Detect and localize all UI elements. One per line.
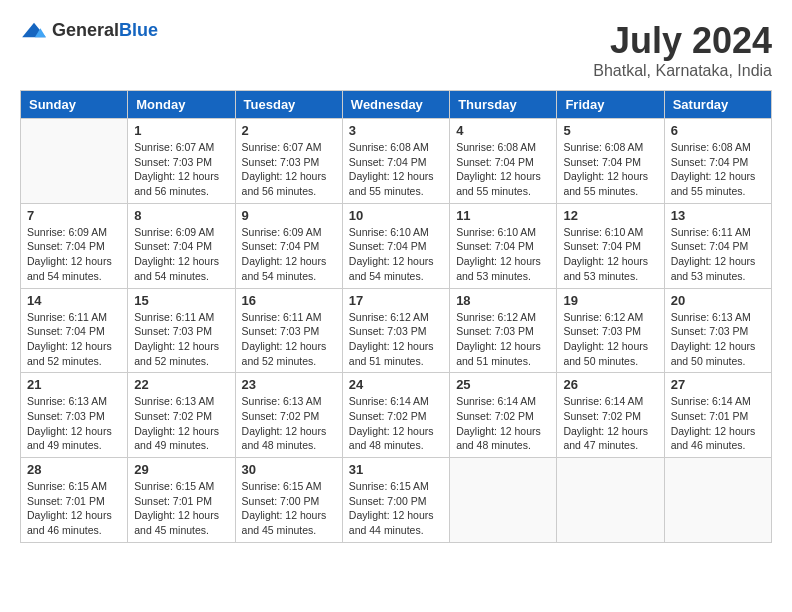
day-info: Sunrise: 6:08 AM Sunset: 7:04 PM Dayligh… bbox=[456, 140, 550, 199]
col-header-tuesday: Tuesday bbox=[235, 91, 342, 119]
calendar-table: SundayMondayTuesdayWednesdayThursdayFrid… bbox=[20, 90, 772, 543]
day-info: Sunrise: 6:13 AM Sunset: 7:03 PM Dayligh… bbox=[671, 310, 765, 369]
calendar-cell: 15Sunrise: 6:11 AM Sunset: 7:03 PM Dayli… bbox=[128, 288, 235, 373]
col-header-monday: Monday bbox=[128, 91, 235, 119]
calendar-cell: 19Sunrise: 6:12 AM Sunset: 7:03 PM Dayli… bbox=[557, 288, 664, 373]
day-info: Sunrise: 6:14 AM Sunset: 7:02 PM Dayligh… bbox=[456, 394, 550, 453]
day-number: 4 bbox=[456, 123, 550, 138]
day-number: 17 bbox=[349, 293, 443, 308]
calendar-cell bbox=[664, 458, 771, 543]
month-year-title: July 2024 bbox=[593, 20, 772, 62]
day-info: Sunrise: 6:13 AM Sunset: 7:02 PM Dayligh… bbox=[242, 394, 336, 453]
day-info: Sunrise: 6:12 AM Sunset: 7:03 PM Dayligh… bbox=[349, 310, 443, 369]
calendar-cell: 20Sunrise: 6:13 AM Sunset: 7:03 PM Dayli… bbox=[664, 288, 771, 373]
location-subtitle: Bhatkal, Karnataka, India bbox=[593, 62, 772, 80]
title-section: July 2024 Bhatkal, Karnataka, India bbox=[593, 20, 772, 80]
calendar-cell: 24Sunrise: 6:14 AM Sunset: 7:02 PM Dayli… bbox=[342, 373, 449, 458]
day-number: 14 bbox=[27, 293, 121, 308]
day-number: 2 bbox=[242, 123, 336, 138]
day-number: 6 bbox=[671, 123, 765, 138]
day-info: Sunrise: 6:15 AM Sunset: 7:00 PM Dayligh… bbox=[242, 479, 336, 538]
day-number: 26 bbox=[563, 377, 657, 392]
col-header-sunday: Sunday bbox=[21, 91, 128, 119]
calendar-cell: 16Sunrise: 6:11 AM Sunset: 7:03 PM Dayli… bbox=[235, 288, 342, 373]
logo-blue: Blue bbox=[119, 20, 158, 40]
day-number: 27 bbox=[671, 377, 765, 392]
day-info: Sunrise: 6:15 AM Sunset: 7:01 PM Dayligh… bbox=[27, 479, 121, 538]
calendar-cell: 4Sunrise: 6:08 AM Sunset: 7:04 PM Daylig… bbox=[450, 119, 557, 204]
day-number: 24 bbox=[349, 377, 443, 392]
day-info: Sunrise: 6:14 AM Sunset: 7:02 PM Dayligh… bbox=[349, 394, 443, 453]
calendar-week-row: 21Sunrise: 6:13 AM Sunset: 7:03 PM Dayli… bbox=[21, 373, 772, 458]
day-info: Sunrise: 6:12 AM Sunset: 7:03 PM Dayligh… bbox=[456, 310, 550, 369]
calendar-cell: 14Sunrise: 6:11 AM Sunset: 7:04 PM Dayli… bbox=[21, 288, 128, 373]
day-info: Sunrise: 6:11 AM Sunset: 7:03 PM Dayligh… bbox=[134, 310, 228, 369]
calendar-cell: 18Sunrise: 6:12 AM Sunset: 7:03 PM Dayli… bbox=[450, 288, 557, 373]
calendar-header-row: SundayMondayTuesdayWednesdayThursdayFrid… bbox=[21, 91, 772, 119]
calendar-cell: 1Sunrise: 6:07 AM Sunset: 7:03 PM Daylig… bbox=[128, 119, 235, 204]
logo-general: General bbox=[52, 20, 119, 40]
calendar-week-row: 7Sunrise: 6:09 AM Sunset: 7:04 PM Daylig… bbox=[21, 203, 772, 288]
calendar-cell: 3Sunrise: 6:08 AM Sunset: 7:04 PM Daylig… bbox=[342, 119, 449, 204]
day-info: Sunrise: 6:14 AM Sunset: 7:02 PM Dayligh… bbox=[563, 394, 657, 453]
day-info: Sunrise: 6:07 AM Sunset: 7:03 PM Dayligh… bbox=[242, 140, 336, 199]
col-header-friday: Friday bbox=[557, 91, 664, 119]
calendar-cell: 27Sunrise: 6:14 AM Sunset: 7:01 PM Dayli… bbox=[664, 373, 771, 458]
day-number: 30 bbox=[242, 462, 336, 477]
calendar-cell: 17Sunrise: 6:12 AM Sunset: 7:03 PM Dayli… bbox=[342, 288, 449, 373]
calendar-cell: 5Sunrise: 6:08 AM Sunset: 7:04 PM Daylig… bbox=[557, 119, 664, 204]
calendar-cell: 7Sunrise: 6:09 AM Sunset: 7:04 PM Daylig… bbox=[21, 203, 128, 288]
day-number: 16 bbox=[242, 293, 336, 308]
day-number: 7 bbox=[27, 208, 121, 223]
calendar-cell: 6Sunrise: 6:08 AM Sunset: 7:04 PM Daylig… bbox=[664, 119, 771, 204]
day-info: Sunrise: 6:13 AM Sunset: 7:02 PM Dayligh… bbox=[134, 394, 228, 453]
logo-icon bbox=[20, 21, 48, 41]
calendar-cell: 30Sunrise: 6:15 AM Sunset: 7:00 PM Dayli… bbox=[235, 458, 342, 543]
calendar-cell: 13Sunrise: 6:11 AM Sunset: 7:04 PM Dayli… bbox=[664, 203, 771, 288]
day-info: Sunrise: 6:08 AM Sunset: 7:04 PM Dayligh… bbox=[349, 140, 443, 199]
calendar-cell: 28Sunrise: 6:15 AM Sunset: 7:01 PM Dayli… bbox=[21, 458, 128, 543]
calendar-cell: 25Sunrise: 6:14 AM Sunset: 7:02 PM Dayli… bbox=[450, 373, 557, 458]
day-number: 9 bbox=[242, 208, 336, 223]
day-number: 20 bbox=[671, 293, 765, 308]
day-number: 1 bbox=[134, 123, 228, 138]
calendar-cell: 23Sunrise: 6:13 AM Sunset: 7:02 PM Dayli… bbox=[235, 373, 342, 458]
day-number: 21 bbox=[27, 377, 121, 392]
logo: GeneralBlue bbox=[20, 20, 158, 41]
day-number: 3 bbox=[349, 123, 443, 138]
day-number: 28 bbox=[27, 462, 121, 477]
calendar-cell: 10Sunrise: 6:10 AM Sunset: 7:04 PM Dayli… bbox=[342, 203, 449, 288]
calendar-cell bbox=[557, 458, 664, 543]
day-info: Sunrise: 6:10 AM Sunset: 7:04 PM Dayligh… bbox=[456, 225, 550, 284]
calendar-cell: 21Sunrise: 6:13 AM Sunset: 7:03 PM Dayli… bbox=[21, 373, 128, 458]
day-info: Sunrise: 6:15 AM Sunset: 7:00 PM Dayligh… bbox=[349, 479, 443, 538]
day-number: 8 bbox=[134, 208, 228, 223]
calendar-week-row: 1Sunrise: 6:07 AM Sunset: 7:03 PM Daylig… bbox=[21, 119, 772, 204]
day-number: 19 bbox=[563, 293, 657, 308]
day-number: 25 bbox=[456, 377, 550, 392]
day-info: Sunrise: 6:08 AM Sunset: 7:04 PM Dayligh… bbox=[671, 140, 765, 199]
calendar-week-row: 14Sunrise: 6:11 AM Sunset: 7:04 PM Dayli… bbox=[21, 288, 772, 373]
day-info: Sunrise: 6:11 AM Sunset: 7:04 PM Dayligh… bbox=[671, 225, 765, 284]
day-info: Sunrise: 6:09 AM Sunset: 7:04 PM Dayligh… bbox=[27, 225, 121, 284]
day-number: 12 bbox=[563, 208, 657, 223]
day-info: Sunrise: 6:09 AM Sunset: 7:04 PM Dayligh… bbox=[134, 225, 228, 284]
day-info: Sunrise: 6:10 AM Sunset: 7:04 PM Dayligh… bbox=[349, 225, 443, 284]
day-info: Sunrise: 6:13 AM Sunset: 7:03 PM Dayligh… bbox=[27, 394, 121, 453]
col-header-wednesday: Wednesday bbox=[342, 91, 449, 119]
day-info: Sunrise: 6:09 AM Sunset: 7:04 PM Dayligh… bbox=[242, 225, 336, 284]
calendar-cell: 22Sunrise: 6:13 AM Sunset: 7:02 PM Dayli… bbox=[128, 373, 235, 458]
calendar-cell: 11Sunrise: 6:10 AM Sunset: 7:04 PM Dayli… bbox=[450, 203, 557, 288]
day-number: 23 bbox=[242, 377, 336, 392]
day-info: Sunrise: 6:07 AM Sunset: 7:03 PM Dayligh… bbox=[134, 140, 228, 199]
calendar-cell bbox=[21, 119, 128, 204]
col-header-thursday: Thursday bbox=[450, 91, 557, 119]
day-info: Sunrise: 6:12 AM Sunset: 7:03 PM Dayligh… bbox=[563, 310, 657, 369]
calendar-cell: 26Sunrise: 6:14 AM Sunset: 7:02 PM Dayli… bbox=[557, 373, 664, 458]
day-info: Sunrise: 6:11 AM Sunset: 7:04 PM Dayligh… bbox=[27, 310, 121, 369]
day-number: 5 bbox=[563, 123, 657, 138]
day-info: Sunrise: 6:14 AM Sunset: 7:01 PM Dayligh… bbox=[671, 394, 765, 453]
day-number: 11 bbox=[456, 208, 550, 223]
calendar-cell: 31Sunrise: 6:15 AM Sunset: 7:00 PM Dayli… bbox=[342, 458, 449, 543]
day-number: 18 bbox=[456, 293, 550, 308]
